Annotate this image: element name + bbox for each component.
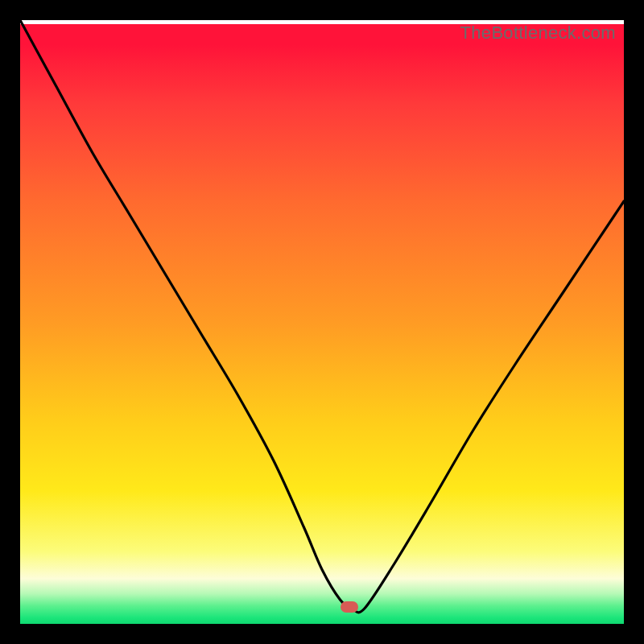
plot-area: TheBottleneck.com <box>20 20 624 624</box>
bottleneck-curve <box>20 20 624 624</box>
optimal-marker <box>341 601 358 613</box>
chart-frame: TheBottleneck.com <box>0 0 644 644</box>
curve-path <box>20 20 624 613</box>
